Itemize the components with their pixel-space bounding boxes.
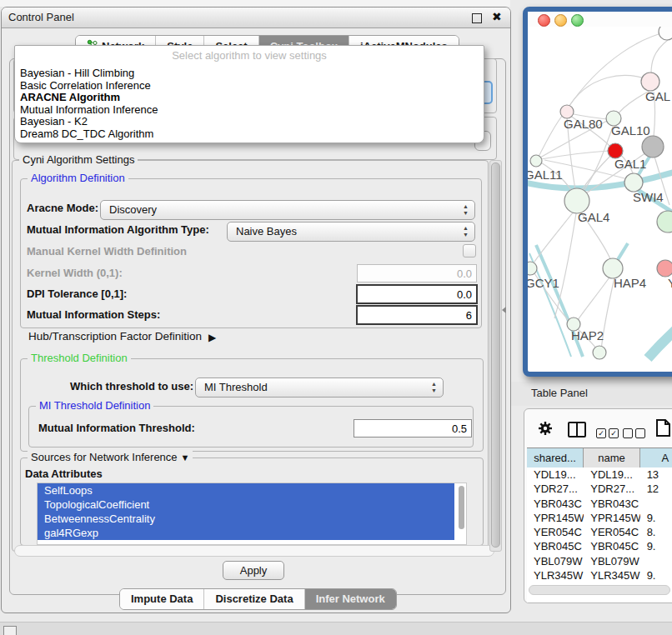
table-cell: 9. [640,568,672,582]
selected-value: Discovery [109,201,157,219]
table-row[interactable]: YBR043CYBR043C [527,497,672,511]
table-cell: YBR045C [584,539,639,553]
attribute-item-selected[interactable]: TopologicalCoefficient [38,498,454,512]
group-title: Algorithm Definition [28,172,128,184]
table-cell: 13 [640,468,672,482]
kernel-width-input[interactable] [357,264,477,282]
panel-collapse-arrow[interactable] [502,307,506,313]
table-row[interactable]: YLR345WYLR345W9. [527,568,672,582]
manual-kernel-checkbox[interactable] [463,244,476,258]
dpi-tolerance-input[interactable] [356,284,478,304]
algorithm-option[interactable]: ARACNE Algorithm [18,92,480,104]
group-title: Threshold Definition [28,352,131,364]
collapse-down-icon[interactable]: ▼ [181,452,190,462]
mi-algorithm-type-select[interactable]: Naive Bayes ▲▼ [227,222,475,242]
sources-expander[interactable]: Sources for Network Inference▼ [28,451,193,463]
settings-vertical-scrollbar[interactable] [489,160,502,552]
network-view-window[interactable]: GALGAL80GAL10GAL1GAL11SWI4GAL4GCY1HAP4YH… [523,7,672,377]
node-label: GAL1 [614,157,646,171]
float-window-icon[interactable] [472,13,482,23]
group-title: MI Threshold Definition [36,399,153,412]
tab-impute-data[interactable]: Impute Data [120,589,203,609]
node-label: GAL80 [564,117,603,131]
new-table-icon[interactable] [656,419,671,440]
node-label: HAP2 [571,328,604,342]
dpi-tolerance-label: DPI Tolerance [0,1]: [27,288,127,300]
screen: Control Panel ✖ Network Style Select Cyn… [0,0,672,635]
apply-button[interactable]: Apply [223,561,284,580]
aracne-mode-select[interactable]: Discovery ▲▼ [100,200,475,220]
mi-type-label: Mutual Information Algorithm Type: [27,223,209,236]
table-panel-header: Table Panel [511,382,672,406]
attribute-item-selected[interactable]: BetweennessCentrality [38,512,454,526]
network-window-titlebar[interactable] [528,12,672,27]
network-node[interactable] [624,173,643,192]
algorithm-option[interactable]: Basic Correlation Inference [18,80,480,92]
network-canvas[interactable]: GALGAL80GAL10GAL1GAL11SWI4GAL4GCY1HAP4YH… [528,27,672,362]
table-cell: YBL079W [527,554,584,568]
node-label: GAL4 [578,210,609,224]
table-header-row: shared...nameA [527,448,672,468]
select-all-icon[interactable]: ✓✓ [596,425,619,440]
network-node[interactable] [642,136,664,158]
column-header[interactable]: A [640,448,672,468]
tab-label: Infer Network [316,590,385,608]
grid-corner-icon[interactable] [3,626,17,635]
tab-discretize-data[interactable]: Discretize Data [203,589,303,609]
data-attributes-list[interactable]: SelfLoopsTopologicalCoefficientBetweenne… [37,482,467,545]
table-row[interactable]: YER054CYER054C8. [527,525,672,539]
split-pane-icon[interactable] [568,422,586,438]
which-threshold-select[interactable]: MI Threshold ▲▼ [195,378,444,398]
close-icon[interactable]: ✖ [492,10,502,23]
control-panel-titlebar[interactable]: Control Panel ✖ [2,8,510,28]
settings-horizontal-scrollbar[interactable] [14,545,494,557]
mi-steps-input[interactable] [356,305,478,325]
node-label: HAP4 [614,276,646,290]
table-cell: YDR27... [527,482,584,496]
table-row[interactable]: YDL19...YDL19...13 [527,468,672,482]
table-row[interactable]: YBL079WYBL079W [527,554,672,568]
table-cell: YLR345W [584,568,639,582]
deselect-all-icon[interactable] [623,425,645,440]
algorithm-option[interactable]: Bayesian - K2 [18,116,480,128]
table-cell [640,554,672,568]
teal-edges [528,152,672,358]
attribute-item-selected[interactable]: SelfLoops [38,483,454,498]
network-node[interactable] [528,262,537,275]
settings-gear-icon[interactable] [538,421,553,439]
zoom-traffic-light[interactable] [571,14,584,27]
algorithm-option[interactable]: Bayesian - Hill Climbing [18,68,480,80]
scrollbar-thumb[interactable] [491,162,500,548]
network-node[interactable] [593,346,606,359]
minimize-traffic-light[interactable] [554,14,567,27]
table-cell: 9. [640,511,672,525]
column-header[interactable]: shared... [527,448,584,468]
hub-definition-expander[interactable]: Hub/Transcription Factor Definition▶ [28,330,216,342]
algorithm-option[interactable]: Dream8 DC_TDC Algorithm [18,128,480,141]
network-node[interactable] [659,27,672,40]
table-row[interactable]: YBR045CYBR045C9. [527,539,672,553]
network-node[interactable] [657,211,672,232]
close-traffic-light[interactable] [538,14,550,27]
mi-threshold-input[interactable] [354,419,472,438]
stepper-arrows-icon: ▲▼ [463,225,469,238]
column-header[interactable]: name [584,448,639,468]
table-cell: YDL19... [527,468,584,482]
network-node[interactable] [641,72,659,91]
attribute-item-selected[interactable]: gal4RGexp [38,526,454,540]
table-row[interactable]: YPR145WYPR145W9. [527,511,672,525]
network-node[interactable] [657,260,672,277]
table-horizontal-scrollbar[interactable] [529,585,670,595]
table-cell: YBL079W [584,554,639,568]
table-cell: YER054C [527,525,584,539]
tab-infer-network[interactable]: Infer Network [304,589,396,609]
network-node[interactable] [530,155,542,167]
table-row[interactable]: YDR27...YDR27...12 [527,482,672,496]
table-cell: YBR043C [584,497,639,511]
list-scrollbar[interactable] [459,486,464,529]
algorithm-option[interactable]: Mutual Information Inference [18,104,480,117]
tab-label: Impute Data [131,590,193,608]
table-body: YDL19...YDL19...13YDR27...YDR27...12YBR0… [527,468,672,602]
algorithm-dropdown[interactable]: Select algorithm to view settings Bayesi… [14,45,484,143]
expand-right-icon[interactable]: ▶ [208,332,216,343]
